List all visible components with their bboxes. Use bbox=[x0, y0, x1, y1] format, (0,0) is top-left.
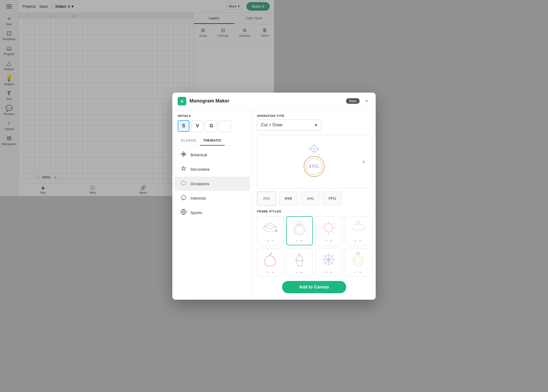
botanical-label: Botanical bbox=[191, 153, 207, 157]
modal-tabs: CLASSIC THEMATIC bbox=[172, 136, 252, 146]
modal-right-content: OPERATION TYPE Cut + Draw ▾ bbox=[253, 110, 274, 196]
tab-thematic[interactable]: THEMATIC bbox=[200, 136, 225, 146]
operation-dropdown[interactable]: Cut + Draw ▾ bbox=[257, 120, 274, 131]
modal-overlay: a Monogram Maker Beta × INITIALS bbox=[0, 0, 274, 196]
initial-input-3[interactable] bbox=[206, 120, 217, 132]
interests-label: Interests bbox=[191, 196, 206, 196]
decorative-icon bbox=[180, 165, 187, 173]
style-thumb-1[interactable]: SVG bbox=[257, 192, 274, 196]
modal-logo: a bbox=[178, 97, 186, 105]
interests-icon bbox=[180, 194, 187, 196]
initial-input-1[interactable] bbox=[178, 120, 189, 132]
initial-input-2[interactable] bbox=[192, 120, 203, 132]
occasions-label: Occasions bbox=[191, 181, 209, 186]
category-botanical[interactable]: Botanical bbox=[174, 148, 250, 162]
modal-header: a Monogram Maker Beta × bbox=[172, 93, 274, 110]
category-interests[interactable]: Interests bbox=[174, 191, 250, 196]
preview-area: SVG › bbox=[257, 135, 274, 188]
occasions-icon bbox=[180, 180, 187, 188]
initials-inputs bbox=[178, 120, 247, 132]
initials-label: INITIALS bbox=[178, 114, 247, 117]
modal-left-panel: INITIALS CLASSIC THEMATIC bbox=[172, 110, 253, 196]
decorative-label: Decorative bbox=[191, 167, 210, 172]
category-occasions[interactable]: Occasions bbox=[174, 177, 250, 191]
modal-body: INITIALS CLASSIC THEMATIC bbox=[172, 110, 274, 196]
initial-input-4[interactable] bbox=[219, 120, 231, 132]
initials-section: INITIALS bbox=[172, 114, 252, 136]
botanical-icon bbox=[180, 151, 187, 159]
operation-section: OPERATION TYPE Cut + Draw ▾ bbox=[257, 114, 274, 131]
modal-title: Monogram Maker bbox=[189, 98, 274, 104]
operation-type-label: OPERATION TYPE bbox=[257, 114, 274, 117]
category-decorative[interactable]: Decorative bbox=[174, 162, 250, 176]
style-thumbnails: SVG SVG SVG SVG bbox=[257, 192, 274, 196]
operation-value: Cut + Draw bbox=[261, 123, 274, 127]
tab-classic[interactable]: CLASSIC bbox=[178, 136, 200, 146]
monogram-maker-modal: a Monogram Maker Beta × INITIALS bbox=[172, 93, 274, 196]
